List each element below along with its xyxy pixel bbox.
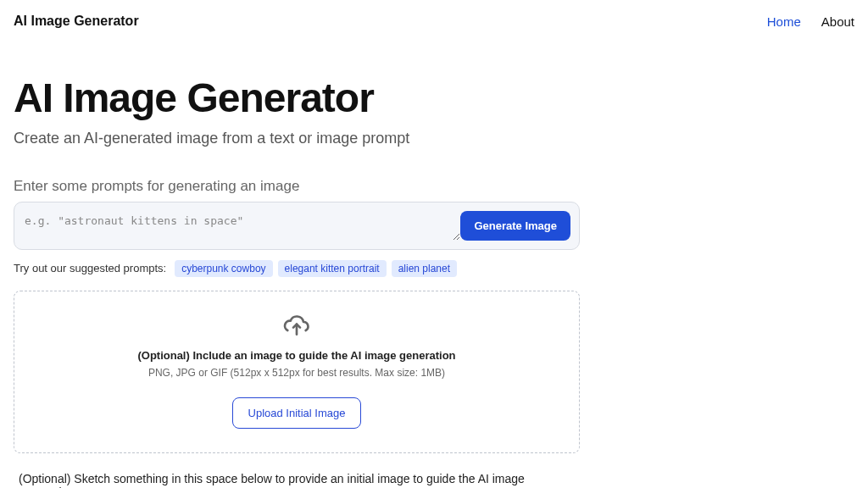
suggested-chip[interactable]: elegant kitten portrait — [278, 260, 387, 277]
prompt-label: Enter some prompts for generating an ima… — [14, 178, 580, 195]
nav-about-link[interactable]: About — [821, 14, 854, 29]
cloud-upload-icon — [28, 312, 565, 342]
upload-title: (Optional) Include an image to guide the… — [28, 349, 565, 362]
upload-subtitle: PNG, JPG or GIF (512px x 512px for best … — [28, 367, 565, 379]
page-title: AI Image Generator — [14, 76, 580, 121]
sketch-label: (Optional) Sketch something in this spac… — [19, 472, 580, 488]
nav-home-link[interactable]: Home — [767, 14, 801, 29]
upload-dropzone[interactable]: (Optional) Include an image to guide the… — [14, 291, 580, 453]
suggested-chip[interactable]: alien planet — [392, 260, 457, 277]
prompt-row: Generate Image — [14, 202, 580, 250]
nav-brand: AI Image Generator — [14, 14, 139, 29]
prompt-input[interactable] — [25, 211, 460, 241]
suggested-chip[interactable]: cyberpunk cowboy — [175, 260, 272, 277]
page-subtitle: Create an AI-generated image from a text… — [14, 130, 580, 147]
upload-initial-image-button[interactable]: Upload Initial Image — [232, 397, 362, 429]
suggested-prompts-label: Try out our suggested prompts: — [14, 262, 166, 274]
generate-image-button[interactable]: Generate Image — [460, 211, 570, 241]
nav-links: Home About — [767, 14, 854, 29]
